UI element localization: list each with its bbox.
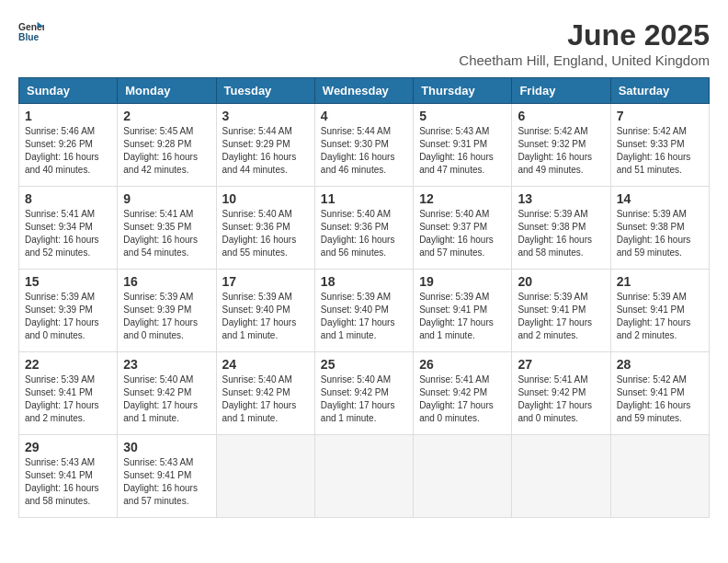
day-info: Sunrise: 5:42 AMSunset: 9:41 PMDaylight:… bbox=[617, 374, 691, 423]
header-wednesday: Wednesday bbox=[314, 78, 413, 104]
svg-text:Blue: Blue bbox=[18, 32, 40, 42]
day-number: 26 bbox=[419, 357, 506, 372]
day-info: Sunrise: 5:39 AMSunset: 9:40 PMDaylight:… bbox=[222, 292, 297, 340]
calendar: Sunday Monday Tuesday Wednesday Thursday… bbox=[18, 77, 710, 518]
svg-text:General: General bbox=[18, 22, 44, 32]
table-row: 8 Sunrise: 5:41 AMSunset: 9:34 PMDayligh… bbox=[19, 187, 118, 270]
location-title: Cheetham Hill, England, United Kingdom bbox=[459, 52, 710, 68]
day-info: Sunrise: 5:39 AMSunset: 9:41 PMDaylight:… bbox=[419, 292, 494, 340]
day-number: 9 bbox=[123, 191, 210, 206]
day-info: Sunrise: 5:43 AMSunset: 9:41 PMDaylight:… bbox=[123, 457, 198, 506]
day-number: 16 bbox=[123, 274, 210, 289]
table-row: 4 Sunrise: 5:44 AMSunset: 9:30 PMDayligh… bbox=[314, 104, 413, 187]
table-row: 5 Sunrise: 5:43 AMSunset: 9:31 PMDayligh… bbox=[414, 104, 512, 187]
table-row: 17 Sunrise: 5:39 AMSunset: 9:40 PMDaylig… bbox=[216, 270, 314, 352]
table-row: 10 Sunrise: 5:40 AMSunset: 9:36 PMDaylig… bbox=[216, 187, 314, 270]
table-row: 20 Sunrise: 5:39 AMSunset: 9:41 PMDaylig… bbox=[512, 270, 610, 352]
table-row: 7 Sunrise: 5:42 AMSunset: 9:33 PMDayligh… bbox=[610, 104, 709, 187]
calendar-row: 22 Sunrise: 5:39 AMSunset: 9:41 PMDaylig… bbox=[19, 352, 710, 435]
table-row: 14 Sunrise: 5:39 AMSunset: 9:38 PMDaylig… bbox=[610, 187, 709, 270]
day-info: Sunrise: 5:42 AMSunset: 9:32 PMDaylight:… bbox=[518, 126, 592, 175]
table-row: 22 Sunrise: 5:39 AMSunset: 9:41 PMDaylig… bbox=[19, 352, 118, 435]
day-info: Sunrise: 5:43 AMSunset: 9:41 PMDaylight:… bbox=[25, 457, 99, 506]
table-row: 6 Sunrise: 5:42 AMSunset: 9:32 PMDayligh… bbox=[512, 104, 610, 187]
day-number: 29 bbox=[25, 440, 111, 454]
day-number: 5 bbox=[419, 109, 506, 123]
table-row: 1 Sunrise: 5:46 AMSunset: 9:26 PMDayligh… bbox=[19, 104, 118, 187]
header-monday: Monday bbox=[118, 78, 216, 104]
day-number: 25 bbox=[321, 357, 407, 372]
day-info: Sunrise: 5:42 AMSunset: 9:33 PMDaylight:… bbox=[617, 126, 691, 175]
table-row bbox=[512, 435, 610, 518]
header-tuesday: Tuesday bbox=[216, 78, 314, 104]
day-number: 27 bbox=[518, 357, 604, 372]
calendar-row: 8 Sunrise: 5:41 AMSunset: 9:34 PMDayligh… bbox=[19, 187, 710, 270]
calendar-row: 29 Sunrise: 5:43 AMSunset: 9:41 PMDaylig… bbox=[19, 435, 710, 518]
table-row: 13 Sunrise: 5:39 AMSunset: 9:38 PMDaylig… bbox=[512, 187, 610, 270]
table-row: 30 Sunrise: 5:43 AMSunset: 9:41 PMDaylig… bbox=[118, 435, 216, 518]
day-number: 14 bbox=[617, 191, 703, 206]
day-number: 21 bbox=[617, 274, 703, 289]
day-number: 3 bbox=[222, 109, 309, 123]
title-area: June 2025 Cheetham Hill, England, United… bbox=[459, 18, 710, 68]
day-number: 19 bbox=[419, 274, 506, 289]
month-title: June 2025 bbox=[459, 18, 710, 52]
table-row bbox=[610, 435, 709, 518]
day-number: 4 bbox=[321, 109, 407, 123]
day-info: Sunrise: 5:40 AMSunset: 9:36 PMDaylight:… bbox=[222, 209, 297, 258]
day-number: 8 bbox=[25, 191, 111, 206]
day-number: 28 bbox=[617, 357, 703, 372]
table-row: 28 Sunrise: 5:42 AMSunset: 9:41 PMDaylig… bbox=[610, 352, 709, 435]
day-info: Sunrise: 5:46 AMSunset: 9:26 PMDaylight:… bbox=[25, 126, 99, 175]
logo: General Blue bbox=[18, 18, 44, 44]
day-info: Sunrise: 5:39 AMSunset: 9:39 PMDaylight:… bbox=[123, 292, 198, 340]
day-number: 6 bbox=[518, 109, 604, 123]
table-row bbox=[216, 435, 314, 518]
day-info: Sunrise: 5:39 AMSunset: 9:38 PMDaylight:… bbox=[617, 209, 691, 258]
day-info: Sunrise: 5:44 AMSunset: 9:29 PMDaylight:… bbox=[222, 126, 297, 175]
header-thursday: Thursday bbox=[414, 78, 512, 104]
header: General Blue June 2025 Cheetham Hill, En… bbox=[18, 18, 710, 68]
day-number: 22 bbox=[25, 357, 111, 372]
table-row: 29 Sunrise: 5:43 AMSunset: 9:41 PMDaylig… bbox=[19, 435, 118, 518]
day-info: Sunrise: 5:41 AMSunset: 9:35 PMDaylight:… bbox=[123, 209, 198, 258]
day-number: 7 bbox=[617, 109, 703, 123]
weekday-header-row: Sunday Monday Tuesday Wednesday Thursday… bbox=[19, 78, 710, 104]
day-info: Sunrise: 5:39 AMSunset: 9:40 PMDaylight:… bbox=[321, 292, 395, 340]
table-row: 21 Sunrise: 5:39 AMSunset: 9:41 PMDaylig… bbox=[610, 270, 709, 352]
table-row: 9 Sunrise: 5:41 AMSunset: 9:35 PMDayligh… bbox=[118, 187, 216, 270]
day-number: 15 bbox=[25, 274, 111, 289]
logo-icon: General Blue bbox=[18, 18, 44, 44]
day-number: 20 bbox=[518, 274, 604, 289]
table-row: 3 Sunrise: 5:44 AMSunset: 9:29 PMDayligh… bbox=[216, 104, 314, 187]
table-row: 19 Sunrise: 5:39 AMSunset: 9:41 PMDaylig… bbox=[414, 270, 512, 352]
table-row: 24 Sunrise: 5:40 AMSunset: 9:42 PMDaylig… bbox=[216, 352, 314, 435]
table-row bbox=[414, 435, 512, 518]
header-saturday: Saturday bbox=[610, 78, 709, 104]
day-number: 11 bbox=[321, 191, 407, 206]
day-info: Sunrise: 5:40 AMSunset: 9:42 PMDaylight:… bbox=[321, 374, 395, 423]
table-row: 18 Sunrise: 5:39 AMSunset: 9:40 PMDaylig… bbox=[314, 270, 413, 352]
day-number: 2 bbox=[123, 109, 210, 123]
table-row: 15 Sunrise: 5:39 AMSunset: 9:39 PMDaylig… bbox=[19, 270, 118, 352]
day-info: Sunrise: 5:39 AMSunset: 9:38 PMDaylight:… bbox=[518, 209, 592, 258]
day-info: Sunrise: 5:41 AMSunset: 9:34 PMDaylight:… bbox=[25, 209, 99, 258]
day-number: 13 bbox=[518, 191, 604, 206]
table-row: 27 Sunrise: 5:41 AMSunset: 9:42 PMDaylig… bbox=[512, 352, 610, 435]
day-number: 30 bbox=[123, 440, 210, 454]
table-row: 2 Sunrise: 5:45 AMSunset: 9:28 PMDayligh… bbox=[118, 104, 216, 187]
day-number: 12 bbox=[419, 191, 506, 206]
day-info: Sunrise: 5:41 AMSunset: 9:42 PMDaylight:… bbox=[419, 374, 494, 423]
day-info: Sunrise: 5:45 AMSunset: 9:28 PMDaylight:… bbox=[123, 126, 198, 175]
day-number: 17 bbox=[222, 274, 309, 289]
header-friday: Friday bbox=[512, 78, 610, 104]
header-sunday: Sunday bbox=[19, 78, 118, 104]
table-row: 23 Sunrise: 5:40 AMSunset: 9:42 PMDaylig… bbox=[118, 352, 216, 435]
day-info: Sunrise: 5:39 AMSunset: 9:39 PMDaylight:… bbox=[25, 292, 99, 340]
day-number: 23 bbox=[123, 357, 210, 372]
table-row: 11 Sunrise: 5:40 AMSunset: 9:36 PMDaylig… bbox=[314, 187, 413, 270]
day-number: 1 bbox=[25, 109, 111, 123]
day-info: Sunrise: 5:40 AMSunset: 9:36 PMDaylight:… bbox=[321, 209, 395, 258]
day-info: Sunrise: 5:43 AMSunset: 9:31 PMDaylight:… bbox=[419, 126, 494, 175]
day-number: 18 bbox=[321, 274, 407, 289]
